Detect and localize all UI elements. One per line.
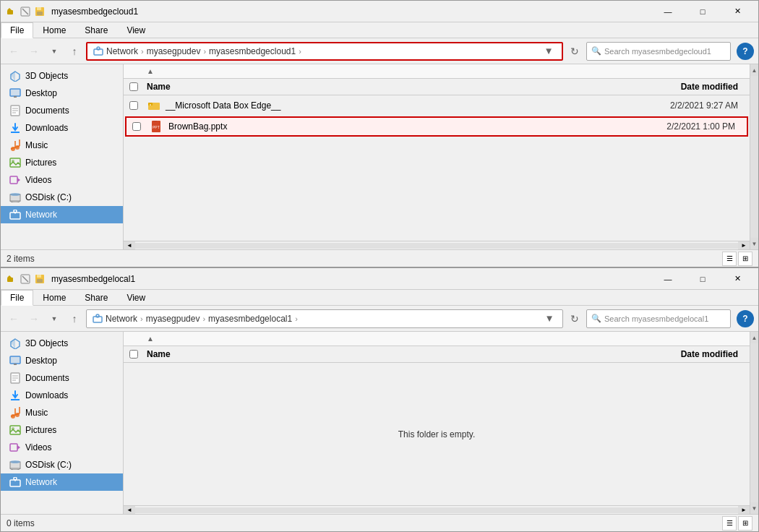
file-item-databoxedge[interactable]: __Microsoft Data Box Edge__ 2/2/2021 9:2… (124, 95, 750, 116)
forward-button[interactable]: → (25, 43, 43, 60)
tab-file[interactable]: File (1, 22, 33, 38)
bottom-v-scroll-down[interactable]: ▼ (750, 502, 758, 514)
bottom-sidebar-item-music[interactable]: Music (1, 404, 123, 421)
bottom-vertical-scrollbar[interactable]: ▲ ▼ (750, 332, 758, 514)
top-horizontal-scrollbar[interactable]: ◄ ► (124, 241, 750, 249)
svg-line-44 (22, 276, 28, 282)
v-scroll-track[interactable] (750, 76, 758, 238)
svg-point-8 (97, 47, 100, 50)
back-button[interactable]: ← (5, 43, 22, 60)
sidebar-item-desktop[interactable]: Desktop (1, 85, 123, 102)
bottom-music-icon (9, 407, 21, 419)
details-view-button[interactable]: ☰ (722, 252, 737, 266)
sidebar-label-music: Music (25, 140, 48, 150)
bottom-up-button[interactable]: ↑ (66, 310, 83, 327)
large-icons-view-button[interactable]: ⊞ (738, 252, 752, 266)
bottom-sidebar-item-desktop[interactable]: Desktop (1, 352, 123, 369)
bottom-title-bar-system-icons (5, 273, 46, 285)
bottom-window: myasesmbedgelocal1 — □ ✕ File Home Share… (0, 267, 759, 532)
bottom-help-button[interactable]: ? (737, 310, 754, 327)
osdisk-icon (9, 192, 21, 203)
refresh-button[interactable]: ↻ (566, 43, 583, 60)
help-button[interactable]: ? (737, 43, 754, 60)
sidebar-item-pictures[interactable]: Pictures (1, 154, 123, 171)
bottom-tab-file[interactable]: File (1, 290, 33, 306)
address-dropdown-button[interactable]: ▼ (541, 42, 556, 61)
file-select-2[interactable] (132, 122, 141, 131)
h-scroll-left[interactable]: ◄ (124, 241, 135, 250)
bottom-select-all-checkbox[interactable] (129, 350, 138, 359)
bottom-h-scroll-left[interactable]: ◄ (124, 506, 135, 515)
top-address-field[interactable]: Network › myasegpudev › myasesmbedgeclou… (86, 42, 563, 61)
bottom-main-area: 3D Objects Desktop Documents Downloads (1, 332, 758, 514)
top-sidebar: 3D Objects Desktop Documents Downloads (1, 64, 124, 249)
bottom-sidebar-item-osdisk[interactable]: OSDisk (C:) (1, 456, 123, 473)
bottom-maximize-button[interactable]: □ (686, 268, 719, 290)
sidebar-label-videos: Videos (25, 175, 51, 185)
bottom-sidebar-item-pictures[interactable]: Pictures (1, 421, 123, 439)
svg-marker-1 (7, 8, 12, 10)
bottom-large-icons-view-button[interactable]: ⊞ (738, 516, 752, 531)
svg-marker-28 (17, 178, 20, 182)
bottom-horizontal-scrollbar[interactable]: ◄ ► (124, 505, 750, 514)
bottom-sidebar-item-3d-objects[interactable]: 3D Objects (1, 335, 123, 352)
file-item-brownbag[interactable]: PPT BrownBag.pptx 2/2/2021 1:00 PM (125, 116, 748, 137)
sidebar-item-documents[interactable]: Documents (1, 102, 123, 119)
bottom-tab-share[interactable]: Share (75, 290, 117, 306)
bottom-address-dropdown-button[interactable]: ▼ (542, 309, 557, 328)
bottom-v-scroll-track[interactable] (750, 343, 758, 502)
h-scroll-right[interactable]: ► (738, 241, 750, 250)
bottom-sidebar-item-downloads[interactable]: Downloads (1, 387, 123, 404)
bottom-h-scroll-right[interactable]: ► (738, 506, 750, 515)
bottom-sidebar-item-videos[interactable]: Videos (1, 439, 123, 456)
bottom-ribbon-tabs: File Home Share View (1, 290, 758, 306)
sidebar-item-videos[interactable]: Videos (1, 171, 123, 189)
v-scroll-up[interactable]: ▲ (750, 64, 758, 76)
bottom-network-icon (9, 476, 21, 488)
bottom-search-box[interactable]: 🔍 Search myasesmbedgelocal1 (586, 309, 731, 328)
bottom-refresh-button[interactable]: ↻ (566, 310, 583, 327)
column-date-header[interactable]: Date modified (628, 82, 744, 92)
sidebar-item-network[interactable]: Network (1, 206, 123, 223)
svg-rect-53 (10, 356, 20, 364)
bottom-sidebar-item-network[interactable]: Network (1, 473, 123, 491)
bottom-sidebar-label-downloads: Downloads (25, 390, 68, 400)
h-scroll-track[interactable] (135, 243, 738, 249)
sort-indicator: ▲ (147, 67, 154, 75)
recent-locations-button[interactable]: ▼ (46, 43, 63, 60)
bottom-sidebar-item-documents[interactable]: Documents (1, 369, 123, 387)
top-vertical-scrollbar[interactable]: ▲ ▼ (750, 64, 758, 249)
column-name-header[interactable]: Name (147, 82, 628, 92)
close-button[interactable]: ✕ (721, 1, 754, 22)
v-scroll-down[interactable]: ▼ (750, 238, 758, 249)
bottom-close-button[interactable]: ✕ (721, 268, 754, 290)
svg-point-49 (96, 314, 99, 317)
sidebar-item-osdisk[interactable]: OSDisk (C:) (1, 189, 123, 206)
bottom-column-name-header[interactable]: Name (147, 349, 628, 359)
bottom-tab-home[interactable]: Home (33, 290, 75, 306)
tab-home[interactable]: Home (33, 22, 75, 38)
sidebar-item-music[interactable]: Music (1, 137, 123, 154)
bottom-minimize-button[interactable]: — (651, 268, 685, 290)
bottom-tab-view[interactable]: View (117, 290, 155, 306)
bottom-forward-button[interactable]: → (25, 310, 43, 327)
bottom-v-scroll-up[interactable]: ▲ (750, 332, 758, 343)
sidebar-item-downloads[interactable]: Downloads (1, 119, 123, 137)
bottom-details-view-button[interactable]: ☰ (722, 516, 737, 531)
top-main-area: 3D Objects Desktop Documents Downloads (1, 64, 758, 249)
top-item-count: 2 items (7, 254, 35, 264)
file-select-1[interactable] (129, 101, 138, 110)
select-all-checkbox[interactable] (129, 82, 138, 91)
bottom-back-button[interactable]: ← (5, 310, 22, 327)
tab-view[interactable]: View (117, 22, 155, 38)
bottom-address-field[interactable]: Network › myasegpudev › myasesmbedgeloca… (86, 309, 563, 328)
top-search-box[interactable]: 🔍 Search myasesmbedgecloud1 (586, 42, 731, 61)
bottom-h-scroll-track[interactable] (135, 507, 738, 513)
maximize-button[interactable]: □ (686, 1, 719, 22)
up-button[interactable]: ↑ (66, 43, 83, 60)
bottom-recent-locations-button[interactable]: ▼ (46, 310, 63, 327)
bottom-column-date-header[interactable]: Date modified (628, 349, 744, 359)
tab-share[interactable]: Share (75, 22, 117, 38)
sidebar-item-3d-objects[interactable]: 3D Objects (1, 67, 123, 85)
minimize-button[interactable]: — (651, 1, 685, 22)
